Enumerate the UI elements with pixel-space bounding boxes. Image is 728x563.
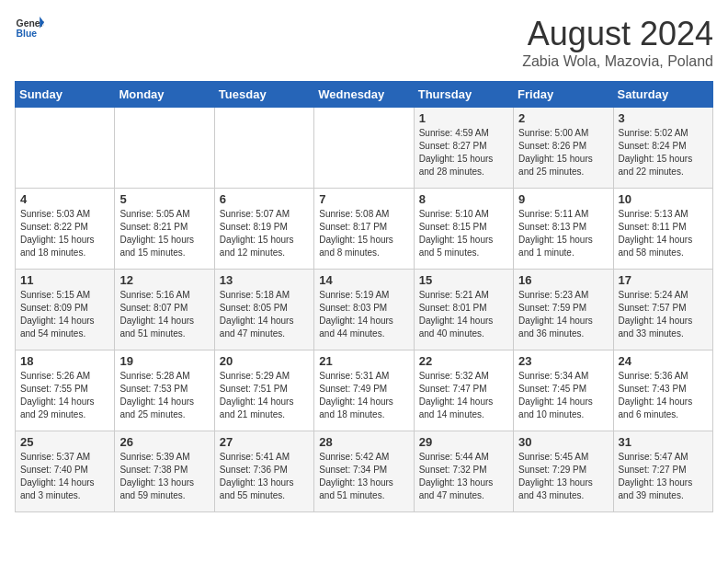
day-info: Sunrise: 5:24 AM Sunset: 7:57 PM Dayligh… [619,289,708,340]
weekday-header-saturday: Saturday [613,82,712,108]
calendar-cell: 15Sunrise: 5:21 AM Sunset: 8:01 PM Dayli… [414,270,513,350]
day-info: Sunrise: 5:15 AM Sunset: 8:09 PM Dayligh… [20,289,109,340]
weekday-header-sunday: Sunday [16,82,115,108]
day-number: 26 [119,435,209,449]
day-info: Sunrise: 5:10 AM Sunset: 8:15 PM Dayligh… [419,208,508,259]
weekday-header-row: SundayMondayTuesdayWednesdayThursdayFrid… [16,82,713,108]
day-number: 1 [419,111,508,125]
day-info: Sunrise: 5:47 AM Sunset: 7:27 PM Dayligh… [619,451,708,502]
day-info: Sunrise: 5:21 AM Sunset: 8:01 PM Dayligh… [419,289,508,340]
calendar-cell: 30Sunrise: 5:45 AM Sunset: 7:29 PM Dayli… [514,431,613,512]
calendar-cell: 31Sunrise: 5:47 AM Sunset: 7:27 PM Dayli… [613,431,712,512]
day-number: 23 [518,354,608,368]
day-info: Sunrise: 5:02 AM Sunset: 8:24 PM Dayligh… [619,127,708,178]
calendar-cell: 11Sunrise: 5:15 AM Sunset: 8:09 PM Dayli… [16,270,115,350]
calendar-cell: 5Sunrise: 5:05 AM Sunset: 8:21 PM Daylig… [115,189,214,270]
calendar-cell: 25Sunrise: 5:37 AM Sunset: 7:40 PM Dayli… [16,431,115,512]
day-number: 27 [220,435,309,449]
location-title: Zabia Wola, Mazovia, Poland [522,53,713,70]
logo: General Blue [15,15,44,40]
page-header: General Blue August 2024 Zabia Wola, Maz… [15,15,713,70]
day-info: Sunrise: 5:03 AM Sunset: 8:22 PM Dayligh… [20,208,109,259]
day-info: Sunrise: 5:41 AM Sunset: 7:36 PM Dayligh… [220,451,309,502]
day-number: 16 [518,273,608,287]
calendar-cell: 21Sunrise: 5:31 AM Sunset: 7:49 PM Dayli… [314,350,414,431]
day-number: 2 [518,111,608,125]
calendar-cell: 19Sunrise: 5:28 AM Sunset: 7:53 PM Dayli… [115,350,214,431]
day-info: Sunrise: 5:31 AM Sunset: 7:49 PM Dayligh… [319,370,408,421]
day-number: 31 [619,435,708,449]
day-number: 4 [20,192,109,206]
calendar-cell: 4Sunrise: 5:03 AM Sunset: 8:22 PM Daylig… [16,189,115,270]
day-info: Sunrise: 5:13 AM Sunset: 8:11 PM Dayligh… [619,208,708,259]
day-info: Sunrise: 4:59 AM Sunset: 8:27 PM Dayligh… [419,127,508,178]
day-info: Sunrise: 5:32 AM Sunset: 7:47 PM Dayligh… [419,370,508,421]
day-number: 8 [419,192,508,206]
day-info: Sunrise: 5:18 AM Sunset: 8:05 PM Dayligh… [220,289,309,340]
calendar-cell: 27Sunrise: 5:41 AM Sunset: 7:36 PM Dayli… [214,431,313,512]
day-number: 29 [419,435,508,449]
day-number: 28 [319,435,408,449]
calendar-cell: 12Sunrise: 5:16 AM Sunset: 8:07 PM Dayli… [115,270,214,350]
day-number: 19 [119,354,209,368]
calendar-cell: 24Sunrise: 5:36 AM Sunset: 7:43 PM Dayli… [613,350,712,431]
weekday-header-tuesday: Tuesday [214,82,313,108]
day-info: Sunrise: 5:29 AM Sunset: 7:51 PM Dayligh… [220,370,309,421]
day-info: Sunrise: 5:07 AM Sunset: 8:19 PM Dayligh… [220,208,309,259]
day-number: 25 [20,435,109,449]
calendar-table: SundayMondayTuesdayWednesdayThursdayFrid… [15,81,713,512]
day-number: 17 [619,273,708,287]
calendar-cell: 1Sunrise: 4:59 AM Sunset: 8:27 PM Daylig… [414,108,513,189]
calendar-cell: 18Sunrise: 5:26 AM Sunset: 7:55 PM Dayli… [16,350,115,431]
weekday-header-thursday: Thursday [414,82,513,108]
calendar-cell [115,108,214,189]
day-number: 14 [319,273,408,287]
calendar-cell: 6Sunrise: 5:07 AM Sunset: 8:19 PM Daylig… [214,189,313,270]
weekday-header-wednesday: Wednesday [314,82,414,108]
calendar-cell: 26Sunrise: 5:39 AM Sunset: 7:38 PM Dayli… [115,431,214,512]
calendar-cell: 29Sunrise: 5:44 AM Sunset: 7:32 PM Dayli… [414,431,513,512]
calendar-week-row: 1Sunrise: 4:59 AM Sunset: 8:27 PM Daylig… [16,108,713,189]
day-info: Sunrise: 5:44 AM Sunset: 7:32 PM Dayligh… [419,451,508,502]
calendar-cell [214,108,313,189]
day-number: 7 [319,192,408,206]
day-info: Sunrise: 5:19 AM Sunset: 8:03 PM Dayligh… [319,289,408,340]
day-number: 13 [220,273,309,287]
month-title: August 2024 [522,15,713,53]
calendar-cell: 23Sunrise: 5:34 AM Sunset: 7:45 PM Dayli… [514,350,613,431]
day-number: 20 [220,354,309,368]
day-info: Sunrise: 5:23 AM Sunset: 7:59 PM Dayligh… [518,289,608,340]
day-number: 18 [20,354,109,368]
day-number: 6 [220,192,309,206]
day-number: 30 [518,435,608,449]
day-number: 9 [518,192,608,206]
calendar-week-row: 18Sunrise: 5:26 AM Sunset: 7:55 PM Dayli… [16,350,713,431]
day-number: 10 [619,192,708,206]
day-info: Sunrise: 5:11 AM Sunset: 8:13 PM Dayligh… [518,208,608,259]
calendar-cell: 17Sunrise: 5:24 AM Sunset: 7:57 PM Dayli… [613,270,712,350]
day-number: 5 [119,192,209,206]
day-number: 24 [619,354,708,368]
logo-icon: General Blue [15,15,44,40]
title-area: August 2024 Zabia Wola, Mazovia, Poland [522,15,713,70]
calendar-cell: 16Sunrise: 5:23 AM Sunset: 7:59 PM Dayli… [514,270,613,350]
svg-text:Blue: Blue [17,29,38,39]
calendar-week-row: 11Sunrise: 5:15 AM Sunset: 8:09 PM Dayli… [16,270,713,350]
calendar-cell: 9Sunrise: 5:11 AM Sunset: 8:13 PM Daylig… [514,189,613,270]
day-info: Sunrise: 5:05 AM Sunset: 8:21 PM Dayligh… [119,208,209,259]
day-info: Sunrise: 5:34 AM Sunset: 7:45 PM Dayligh… [518,370,608,421]
day-number: 11 [20,273,109,287]
day-info: Sunrise: 5:39 AM Sunset: 7:38 PM Dayligh… [119,451,209,502]
calendar-cell: 22Sunrise: 5:32 AM Sunset: 7:47 PM Dayli… [414,350,513,431]
calendar-cell: 3Sunrise: 5:02 AM Sunset: 8:24 PM Daylig… [613,108,712,189]
calendar-week-row: 4Sunrise: 5:03 AM Sunset: 8:22 PM Daylig… [16,189,713,270]
calendar-cell [314,108,414,189]
calendar-cell: 28Sunrise: 5:42 AM Sunset: 7:34 PM Dayli… [314,431,414,512]
day-info: Sunrise: 5:26 AM Sunset: 7:55 PM Dayligh… [20,370,109,421]
day-info: Sunrise: 5:00 AM Sunset: 8:26 PM Dayligh… [518,127,608,178]
calendar-cell: 14Sunrise: 5:19 AM Sunset: 8:03 PM Dayli… [314,270,414,350]
calendar-cell [16,108,115,189]
day-info: Sunrise: 5:28 AM Sunset: 7:53 PM Dayligh… [119,370,209,421]
calendar-cell: 7Sunrise: 5:08 AM Sunset: 8:17 PM Daylig… [314,189,414,270]
day-number: 3 [619,111,708,125]
